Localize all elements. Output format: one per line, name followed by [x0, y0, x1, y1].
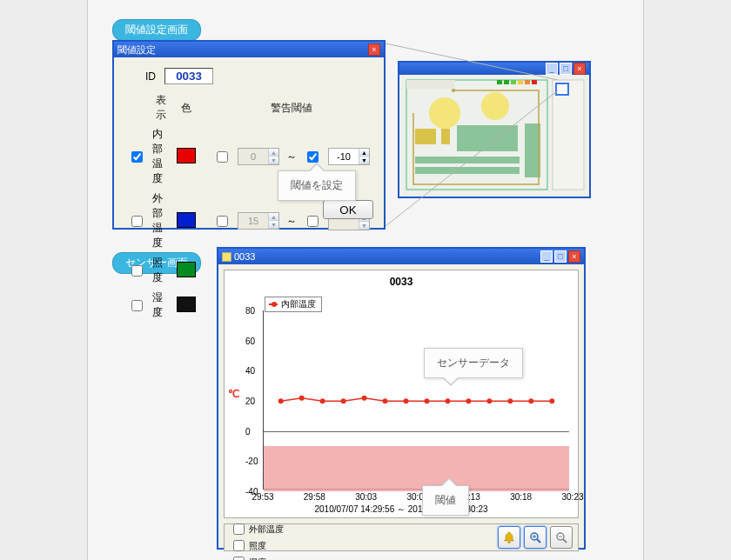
svg-point-24: [320, 398, 325, 403]
display-checkbox[interactable]: [131, 151, 143, 163]
svg-rect-17: [415, 167, 520, 174]
threshold-titlebar[interactable]: 閾値設定 ×: [114, 42, 384, 57]
sensor-window-title: 0033: [234, 249, 255, 264]
low-spinner[interactable]: 15▲▼: [238, 212, 279, 230]
y-tick: 40: [245, 366, 255, 376]
svg-point-11: [429, 97, 460, 129]
ok-button[interactable]: OK: [323, 200, 373, 219]
x-tick: 30:03: [355, 492, 377, 502]
threshold-window-title: 閾値設定: [117, 42, 156, 57]
svg-rect-2: [556, 83, 568, 95]
svg-point-35: [549, 398, 554, 403]
chart-title: 0033: [225, 270, 578, 288]
callout-set-threshold: 閾値を設定: [278, 170, 356, 201]
bell-button[interactable]: [498, 526, 520, 549]
svg-rect-15: [457, 125, 518, 151]
close-icon[interactable]: ×: [568, 250, 580, 263]
sensor-titlebar[interactable]: 0033 _ □ ×: [218, 249, 584, 264]
svg-rect-14: [441, 129, 450, 144]
color-swatch[interactable]: [177, 262, 196, 277]
col-warn: 警告閾値: [210, 91, 373, 124]
footer-check-1[interactable]: 外部温度: [230, 521, 284, 537]
y-axis-unit: ℃: [228, 388, 239, 400]
color-swatch[interactable]: [177, 148, 196, 163]
col-color: 色: [173, 91, 199, 124]
zoom-in-button[interactable]: [524, 526, 547, 549]
x-tick: 29:58: [304, 492, 325, 502]
minimize-icon[interactable]: _: [540, 250, 553, 263]
svg-point-28: [404, 398, 409, 403]
window-icon: [222, 252, 231, 262]
svg-point-23: [299, 396, 305, 401]
high-spinner[interactable]: -10▲▼: [328, 148, 370, 165]
svg-rect-9: [525, 80, 530, 84]
low-enable-checkbox[interactable]: [217, 216, 228, 227]
svg-rect-8: [518, 80, 523, 84]
footer-check-3[interactable]: 湿度: [230, 554, 284, 560]
col-display: 表示: [149, 91, 173, 124]
bell-icon: [503, 531, 515, 543]
high-enable-checkbox[interactable]: [307, 216, 319, 227]
section-tag-threshold: 閾値設定画面: [112, 19, 201, 41]
svg-rect-5: [497, 80, 502, 84]
chart-area: 0033 内部温度 ℃ 2010/07/07 14:29:56 ～ 2010/0…: [224, 270, 579, 518]
maximize-icon[interactable]: □: [554, 250, 567, 263]
svg-point-30: [445, 398, 450, 403]
svg-point-32: [486, 398, 492, 403]
svg-line-41: [563, 539, 567, 543]
x-tick: 29:53: [251, 492, 273, 502]
y-tick: -20: [245, 457, 258, 466]
svg-rect-16: [415, 157, 520, 163]
id-label: ID: [145, 70, 156, 83]
callout-threshold: 閾値: [422, 485, 469, 516]
zoom-in-icon: [529, 531, 541, 543]
row-label: 湿度: [149, 288, 173, 323]
svg-point-33: [507, 398, 513, 403]
svg-point-29: [425, 398, 430, 403]
svg-rect-1: [553, 80, 584, 190]
low-enable-checkbox[interactable]: [217, 151, 228, 163]
y-tick: 0: [245, 426, 251, 436]
x-tick: 30:18: [510, 492, 532, 502]
svg-point-25: [341, 398, 346, 403]
footer-check-2[interactable]: 照度: [230, 537, 284, 554]
svg-point-27: [383, 398, 388, 403]
y-tick: 60: [245, 336, 255, 345]
svg-rect-10: [532, 80, 537, 84]
svg-point-34: [528, 398, 533, 403]
sensor-window: 0033 _ □ × 0033 内部温度 ℃ 2010/07/07 14:29:…: [217, 247, 586, 550]
color-swatch[interactable]: [177, 212, 196, 228]
svg-point-22: [278, 398, 284, 403]
chart-plot: [263, 310, 569, 490]
svg-rect-7: [511, 80, 516, 84]
svg-point-12: [481, 92, 509, 120]
display-checkbox[interactable]: [131, 265, 143, 277]
preview-window: _ □ ×: [398, 61, 591, 198]
zoom-out-button[interactable]: [550, 526, 573, 549]
sensor-footer: 内部温度外部温度照度湿度: [224, 523, 579, 551]
callout-sensor-data: センサーデータ: [424, 348, 523, 378]
id-input[interactable]: [164, 68, 213, 84]
color-swatch[interactable]: [177, 297, 196, 312]
maximize-icon[interactable]: □: [560, 63, 572, 75]
x-tick: 30:23: [561, 492, 583, 502]
display-checkbox[interactable]: [131, 300, 143, 311]
close-icon[interactable]: ×: [368, 43, 380, 56]
display-checkbox[interactable]: [131, 216, 143, 227]
preview-layout: [399, 75, 589, 197]
svg-line-37: [537, 539, 540, 543]
svg-point-26: [362, 396, 367, 401]
y-tick: 80: [245, 306, 255, 316]
row-label: 外部温度: [149, 189, 173, 253]
row-label: 内部温度: [149, 124, 173, 189]
svg-rect-6: [504, 80, 509, 84]
y-tick: 20: [245, 397, 255, 406]
minimize-icon[interactable]: _: [546, 63, 558, 75]
svg-point-19: [452, 89, 455, 92]
svg-rect-3: [406, 80, 455, 89]
close-icon[interactable]: ×: [573, 63, 586, 75]
svg-rect-13: [415, 129, 436, 144]
low-spinner[interactable]: 0▲▼: [238, 148, 279, 165]
zoom-out-icon: [555, 531, 567, 543]
x-axis-label: 2010/07/07 14:29:56 ～ 2010/07/07 14:30:2…: [225, 503, 578, 516]
